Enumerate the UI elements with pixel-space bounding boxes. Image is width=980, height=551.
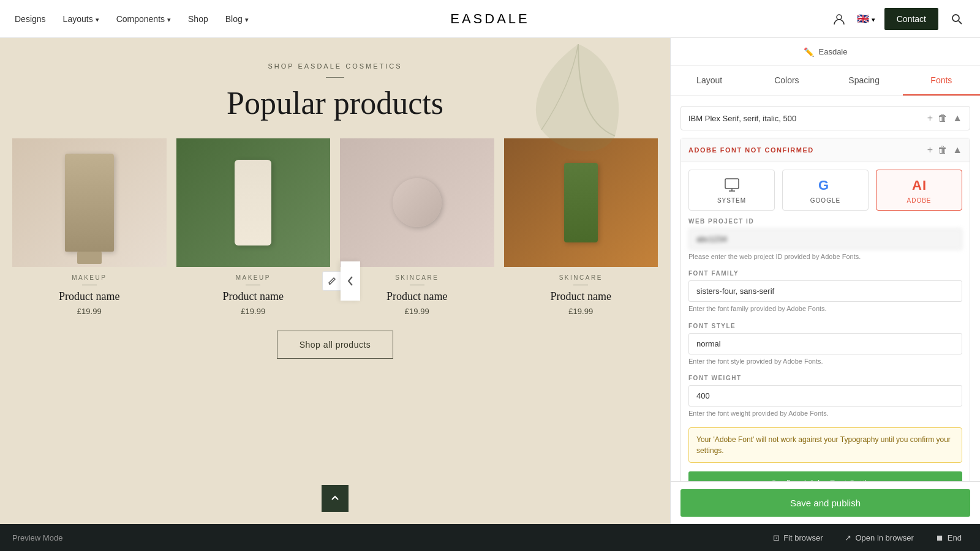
expand-panel-button[interactable]	[341, 261, 360, 301]
scroll-up-button[interactable]	[322, 485, 349, 512]
product-image-inner	[564, 163, 598, 242]
svg-point-0	[837, 15, 842, 20]
product-price: £19.99	[568, 307, 593, 316]
confirm-adobe-button[interactable]: Confirm Adobe Font Settings	[688, 471, 962, 481]
right-panel: ✏️ Easdale Layout Colors Spacing Fonts I…	[670, 38, 980, 524]
contact-button[interactable]: Contact	[884, 8, 938, 30]
adobe-font-button[interactable]: Ai ADOBE	[876, 170, 962, 211]
product-name: Product name	[551, 290, 611, 303]
google-icon: G	[817, 176, 834, 193]
bottom-bar: Preview Mode ⊡ Fit browser ↗ Open in bro…	[0, 524, 980, 551]
panel-site-name: Easdale	[819, 47, 848, 56]
google-font-button[interactable]: G GOOGLE	[782, 170, 869, 211]
font-style-label: FONT STYLE	[688, 323, 962, 329]
shop-all-button[interactable]: Shop all products	[277, 331, 394, 359]
font-selector-label: IBM Plex Serif, serif, italic, 500	[688, 114, 927, 123]
main-area: SHOP EASDALE COSMETICS Popular products …	[0, 38, 980, 524]
product-divider	[410, 285, 424, 285]
nav-designs[interactable]: Designs	[15, 14, 46, 24]
end-label: End	[948, 533, 962, 542]
adobe-font-section: ADOBE FONT NOT CONFIRMED + 🗑 ▲	[680, 138, 970, 481]
svg-text:G: G	[818, 178, 829, 193]
system-font-button[interactable]: SYSTEM	[688, 170, 775, 211]
delete-font-icon[interactable]: 🗑	[938, 113, 948, 124]
product-card: MAKEUP Product name £19.99	[176, 138, 331, 316]
pencil-icon: ✏️	[804, 47, 814, 57]
web-project-id-label: WEB PROJECT ID	[688, 218, 962, 225]
account-icon[interactable]	[831, 10, 848, 28]
end-icon: ⏹	[936, 533, 944, 542]
panel-tabs: Layout Colors Spacing Fonts	[671, 66, 980, 96]
add-adobe-icon[interactable]: +	[927, 144, 933, 156]
product-image-inner	[235, 160, 271, 246]
fit-browser-button[interactable]: ⊡ Fit browser	[767, 530, 829, 546]
shop-section-label: SHOP EASDALE COSMETICS	[268, 62, 402, 70]
layouts-chevron-icon	[96, 14, 99, 24]
font-selector-icons: + 🗑 ▲	[927, 113, 962, 124]
canvas-area: SHOP EASDALE COSMETICS Popular products …	[0, 38, 670, 524]
language-selector[interactable]: 🇬🇧	[858, 10, 875, 28]
google-label: GOOGLE	[810, 197, 840, 204]
web-project-id-hint: Please enter the web project ID provided…	[688, 252, 962, 261]
product-image	[12, 138, 167, 267]
nav-blog[interactable]: Blog	[225, 14, 249, 24]
save-publish-button[interactable]: Save and publish	[680, 489, 970, 517]
product-image-inner	[393, 178, 442, 227]
components-chevron-icon	[167, 14, 171, 24]
product-price: £19.99	[405, 307, 429, 316]
open-in-browser-button[interactable]: ↗ Open in browser	[839, 530, 919, 546]
nav-shop[interactable]: Shop	[188, 14, 208, 24]
font-family-hint: Enter the font family provided by Adobe …	[688, 304, 962, 313]
product-category: MAKEUP	[236, 274, 271, 281]
fit-browser-icon: ⊡	[773, 533, 780, 542]
product-category: SKINCARE	[395, 274, 439, 281]
panel-body: IBM Plex Serif, serif, italic, 500 + 🗑 ▲…	[671, 96, 980, 481]
delete-adobe-icon[interactable]: 🗑	[938, 144, 948, 156]
font-weight-input[interactable]	[688, 385, 962, 407]
shop-divider	[326, 77, 344, 78]
svg-text:Ai: Ai	[912, 178, 927, 193]
font-family-group: FONT FAMILY Enter the font family provid…	[688, 270, 962, 313]
product-image	[176, 138, 331, 267]
tab-fonts[interactable]: Fonts	[903, 66, 980, 96]
product-price: £19.99	[77, 307, 102, 316]
web-project-id-input[interactable]: abc1234	[688, 228, 962, 250]
font-style-input[interactable]	[688, 333, 962, 354]
product-card: SKINCARE Product name £19.99	[340, 138, 494, 316]
leaf-decoration-icon	[523, 38, 633, 160]
font-source-tabs: SYSTEM G GOOGLE Ai ADOBE	[681, 162, 970, 218]
open-in-browser-label: Open in browser	[855, 533, 913, 542]
product-name: Product name	[223, 290, 284, 303]
nav-links: Designs Layouts Components Shop Blog	[15, 14, 249, 24]
font-selector-row[interactable]: IBM Plex Serif, serif, italic, 500 + 🗑 ▲	[680, 106, 970, 130]
blog-chevron-icon	[245, 14, 249, 24]
nav-layouts[interactable]: Layouts	[63, 14, 99, 24]
system-label: SYSTEM	[717, 197, 746, 204]
font-family-input[interactable]	[688, 280, 962, 302]
panel-footer: Save and publish	[671, 481, 980, 524]
tab-colors[interactable]: Colors	[748, 66, 825, 96]
tab-layout[interactable]: Layout	[671, 66, 748, 96]
collapse-font-icon[interactable]: ▲	[952, 113, 962, 124]
tab-spacing[interactable]: Spacing	[826, 66, 903, 96]
nav-components[interactable]: Components	[116, 14, 171, 24]
language-chevron-icon	[872, 13, 875, 24]
nav-right-area: 🇬🇧 Contact	[831, 8, 965, 30]
open-browser-icon: ↗	[845, 533, 851, 542]
product-card: SKINCARE Product name £19.99	[504, 138, 658, 316]
pencil-edit-icon[interactable]	[322, 271, 342, 291]
collapse-adobe-icon[interactable]: ▲	[952, 144, 962, 156]
search-icon[interactable]	[948, 10, 965, 28]
adobe-icon: Ai	[911, 176, 928, 193]
product-name: Product name	[386, 290, 447, 303]
add-font-icon[interactable]: +	[927, 113, 933, 124]
adobe-section-header-icons: + 🗑 ▲	[927, 144, 962, 156]
svg-line-2	[959, 21, 962, 24]
end-button[interactable]: ⏹ End	[930, 530, 968, 546]
product-divider	[246, 285, 260, 285]
svg-point-1	[952, 15, 959, 21]
font-weight-label: FONT WEIGHT	[688, 375, 962, 381]
web-project-id-group: WEB PROJECT ID abc1234 Please enter the …	[688, 218, 962, 261]
fit-browser-label: Fit browser	[783, 533, 823, 542]
adobe-label: ADOBE	[907, 197, 931, 204]
